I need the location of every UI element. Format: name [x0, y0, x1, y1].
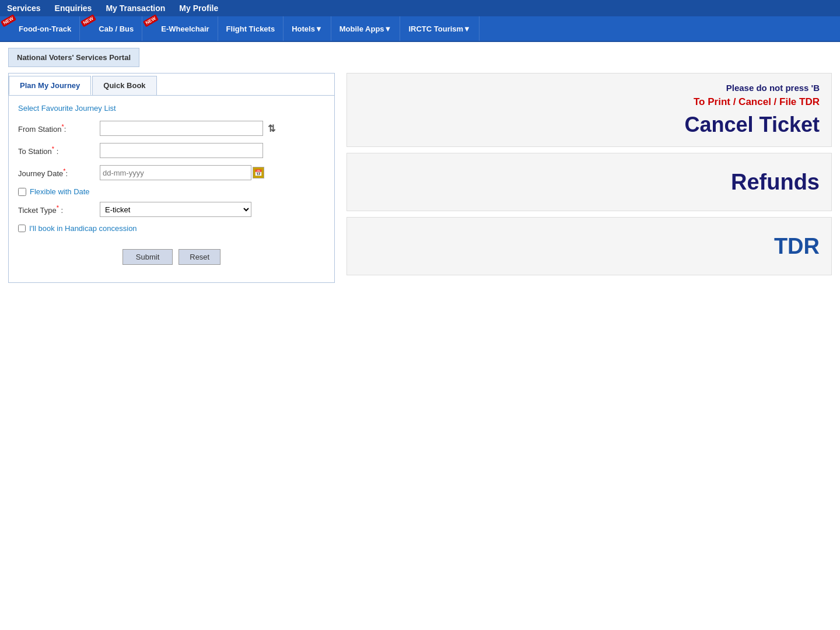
swap-stations-icon[interactable]: ⇅: [268, 123, 275, 134]
new-badge-food: NEW: [1, 15, 16, 27]
nav-food-on-track[interactable]: NEW Food-on-Track: [0, 16, 80, 41]
to-station-input[interactable]: [100, 143, 263, 158]
date-input-wrap: 📅: [100, 165, 264, 180]
cancel-ticket-text[interactable]: Cancel Ticket: [685, 113, 820, 137]
cancel-ticket-box: Please do not press 'B To Print / Cancel…: [346, 73, 832, 147]
right-panel: Please do not press 'B To Print / Cancel…: [346, 73, 832, 283]
nav-hotels[interactable]: Hotels▼: [284, 16, 331, 41]
voters-banner[interactable]: National Voters' Services Portal: [0, 42, 840, 73]
to-station-label: To Station* :: [18, 145, 100, 156]
handicap-checkbox[interactable]: [18, 225, 26, 232]
new-badge-cab: NEW: [80, 15, 96, 27]
submit-button[interactable]: Submit: [123, 249, 173, 265]
booking-panel: Plan My Journey Quick Book Select Favour…: [8, 73, 335, 283]
refunds-text[interactable]: Refunds: [731, 170, 820, 195]
flexible-date-checkbox[interactable]: [18, 188, 26, 196]
tab-quick-book[interactable]: Quick Book: [92, 76, 156, 95]
ticket-type-select[interactable]: E-ticket I-ticket: [100, 202, 251, 217]
journey-date-row: Journey Date*: 📅: [18, 165, 325, 180]
main-content: Plan My Journey Quick Book Select Favour…: [0, 73, 840, 283]
from-station-label: From Station*:: [18, 123, 100, 134]
favourite-journey-link[interactable]: Select Favourite Journey List: [18, 104, 325, 113]
from-station-row: From Station*: ⇅: [18, 121, 325, 136]
nav-flight-tickets[interactable]: Flight Tickets: [218, 16, 284, 41]
tdr-text[interactable]: TDR: [774, 234, 820, 259]
journey-date-input[interactable]: [100, 165, 251, 180]
nav-e-wheelchair[interactable]: NEW E-Wheelchair: [142, 16, 218, 41]
refunds-box: Refunds: [346, 153, 832, 211]
handicap-label[interactable]: I'll book in Handicap concession: [29, 224, 137, 233]
nav-enquiries[interactable]: Enquiries: [55, 4, 92, 13]
ticket-type-label: Ticket Type* :: [18, 204, 100, 215]
to-print-text: To Print / Cancel / File TDR: [694, 96, 820, 108]
nav-irctc-tourism[interactable]: IRCTC Tourism▼: [400, 16, 480, 41]
calendar-icon[interactable]: 📅: [253, 167, 264, 178]
flexible-date-row: Flexible with Date: [18, 187, 325, 196]
nav-mobile-apps[interactable]: Mobile Apps▼: [331, 16, 401, 41]
form-buttons: Submit Reset: [18, 243, 325, 274]
journey-date-label: Journey Date*:: [18, 167, 100, 178]
top-nav: Services Enquiries My Transaction My Pro…: [0, 0, 840, 16]
nav-my-transaction[interactable]: My Transaction: [106, 4, 165, 13]
new-badge-wheelchair: NEW: [143, 15, 159, 27]
second-nav: NEW Food-on-Track NEW Cab / Bus NEW E-Wh…: [0, 16, 840, 42]
tdr-box: TDR: [346, 217, 832, 275]
tab-plan-my-journey[interactable]: Plan My Journey: [9, 76, 91, 95]
tab-row: Plan My Journey Quick Book: [9, 74, 334, 96]
nav-services[interactable]: Services: [7, 4, 41, 13]
do-not-press-text: Please do not press 'B: [726, 83, 820, 93]
to-station-row: To Station* :: [18, 143, 325, 158]
nav-my-profile[interactable]: My Profile: [179, 4, 218, 13]
handicap-row: I'll book in Handicap concession: [18, 224, 325, 233]
reset-button[interactable]: Reset: [178, 249, 220, 265]
booking-form: Select Favourite Journey List From Stati…: [9, 96, 334, 282]
ticket-type-row: Ticket Type* : E-ticket I-ticket: [18, 202, 325, 217]
nav-cab-bus[interactable]: NEW Cab / Bus: [80, 16, 142, 41]
from-station-input[interactable]: [100, 121, 263, 136]
flexible-date-label[interactable]: Flexible with Date: [30, 187, 90, 196]
